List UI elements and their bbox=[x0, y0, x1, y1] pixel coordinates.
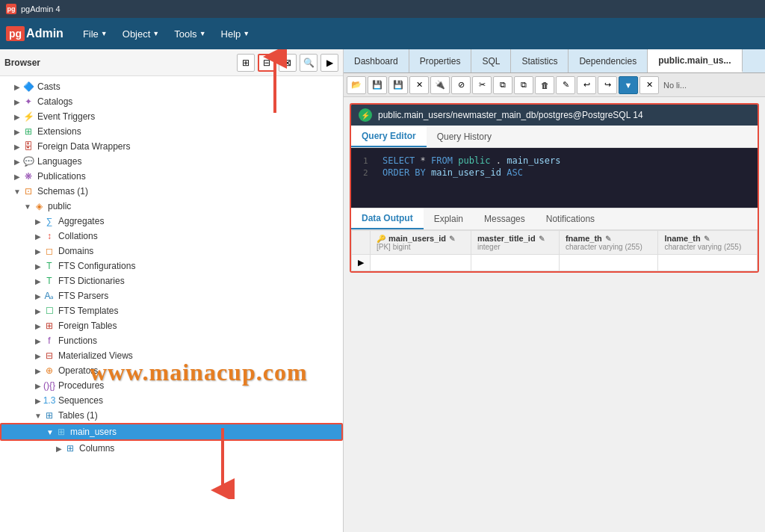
tree-item-catalogs[interactable]: ▶ ✦ Catalogs bbox=[0, 94, 343, 109]
cut-btn[interactable]: ✂ bbox=[472, 76, 492, 94]
tab-query-editor[interactable]: Query Editor bbox=[351, 126, 427, 147]
code-area[interactable]: 1 SELECT * FROM public . main_users 2 OR… bbox=[351, 148, 758, 208]
menu-tools[interactable]: Tools ▼ bbox=[167, 18, 213, 49]
close-query-btn[interactable]: ✕ bbox=[639, 76, 659, 94]
expand-icon: ▶ bbox=[12, 98, 22, 106]
expand-icon: ▶ bbox=[33, 307, 43, 315]
table-item-icon: ⊞ bbox=[55, 426, 67, 438]
tree-item-sequences[interactable]: ▶ 1.3 Sequences bbox=[0, 393, 343, 408]
paste-btn[interactable]: ⧉ bbox=[514, 76, 533, 94]
open-file-btn[interactable]: 📂 bbox=[347, 76, 366, 94]
expand-icon: ▶ bbox=[33, 337, 43, 345]
tree-item-languages[interactable]: ▶ 💬 Languages bbox=[0, 154, 343, 169]
view-grid-btn[interactable]: ⊞ bbox=[237, 54, 255, 72]
col-type: [PK] bigint bbox=[377, 243, 465, 251]
tab-messages[interactable]: Messages bbox=[474, 208, 536, 229]
cell bbox=[371, 255, 471, 271]
tree-item-publications[interactable]: ▶ ❋ Publications bbox=[0, 169, 343, 184]
menu-help[interactable]: Help ▼ bbox=[214, 18, 258, 49]
line-number: 1 bbox=[363, 156, 374, 166]
tab-notifications[interactable]: Notifications bbox=[536, 208, 605, 229]
tab-data-output[interactable]: Data Output bbox=[351, 208, 424, 229]
tree-item-casts[interactable]: ▶ 🔷 Casts bbox=[0, 79, 343, 94]
redo-btn[interactable]: ↪ bbox=[598, 76, 617, 94]
tab-explain[interactable]: Explain bbox=[424, 208, 474, 229]
browser-title: Browser bbox=[4, 58, 234, 68]
fts-template-icon: ☐ bbox=[43, 305, 55, 317]
tree-item-fts-configurations[interactable]: ▶ T FTS Configurations bbox=[0, 259, 343, 273]
expand-icon: ▶ bbox=[12, 113, 22, 121]
edit-btn[interactable]: ✎ bbox=[556, 76, 575, 94]
tree-item-columns[interactable]: ▶ ⊞ Columns bbox=[0, 441, 343, 456]
left-panel: Browser ⊞ ⊟ ⊠ 🔍 ▶ ▶ 🔷 Casts ▶ ✦ Catalogs… bbox=[0, 49, 344, 532]
tab-query-history[interactable]: Query History bbox=[427, 126, 502, 147]
menu-file[interactable]: File ▼ bbox=[75, 18, 115, 49]
tree-item-materialized-views[interactable]: ▶ ⊟ Materialized Views bbox=[0, 348, 343, 363]
execute-btn[interactable]: ▶ bbox=[320, 54, 338, 72]
tree-item-fts-parsers[interactable]: ▶ Aₐ FTS Parsers bbox=[0, 288, 343, 303]
right-panel: Dashboard Properties SQL Statistics Depe… bbox=[344, 49, 765, 532]
tree-item-main-users[interactable]: ▼ ⊞ main_users bbox=[0, 423, 343, 441]
tree-item-tables[interactable]: ▼ ⊞ Tables (1) bbox=[0, 408, 343, 423]
filter-active-btn[interactable]: ▼ bbox=[619, 76, 638, 94]
view-filter-btn[interactable]: ⊠ bbox=[279, 54, 297, 72]
tree-item-fts-templates[interactable]: ▶ ☐ FTS Templates bbox=[0, 303, 343, 318]
close-btn[interactable]: ✕ bbox=[409, 76, 429, 94]
item-label: Catalogs bbox=[37, 96, 72, 107]
tree-item-collations[interactable]: ▶ ↕ Collations bbox=[0, 229, 343, 244]
browser-toolbar: Browser ⊞ ⊟ ⊠ 🔍 ▶ bbox=[0, 49, 343, 76]
code-line-1: 1 SELECT * FROM public . main_users bbox=[363, 155, 746, 166]
save-btn[interactable]: 💾 bbox=[368, 76, 387, 94]
tab-sql[interactable]: SQL bbox=[471, 49, 511, 72]
code-text-2: ORDER BY main_users_id ASC bbox=[382, 167, 523, 178]
tab-dashboard[interactable]: Dashboard bbox=[344, 49, 409, 72]
tree-item-fts-dictionaries[interactable]: ▶ T FTS Dictionaries bbox=[0, 273, 343, 288]
chevron-down-icon: ▼ bbox=[243, 30, 250, 37]
tree-item-aggregates[interactable]: ▶ ∑ Aggregates bbox=[0, 214, 343, 229]
tree-item-extensions[interactable]: ▶ ⊞ Extensions bbox=[0, 124, 343, 139]
tree-item-functions[interactable]: ▶ f Functions bbox=[0, 333, 343, 348]
logo-admin: Admin bbox=[26, 27, 64, 40]
pk-icon: 🔑 bbox=[377, 235, 385, 243]
row-marker-header bbox=[352, 231, 371, 255]
tab-public-main[interactable]: public.main_us... bbox=[648, 49, 742, 72]
search-btn[interactable]: 🔍 bbox=[300, 54, 318, 72]
tree-item-foreign-data-wrappers[interactable]: ▶ 🗄 Foreign Data Wrappers bbox=[0, 139, 343, 154]
view-table-btn[interactable]: ⊟ bbox=[258, 54, 276, 72]
tab-properties[interactable]: Properties bbox=[409, 49, 472, 72]
disconnect-btn[interactable]: ⊘ bbox=[451, 76, 471, 94]
save-as-btn[interactable]: 💾 bbox=[388, 76, 408, 94]
item-label: Languages bbox=[37, 156, 81, 167]
tree-item-procedures[interactable]: ▶ (){} Procedures bbox=[0, 378, 343, 393]
cell bbox=[559, 255, 658, 271]
item-label: FTS Parsers bbox=[58, 291, 108, 301]
tree-item-domains[interactable]: ▶ ◻ Domains bbox=[0, 244, 343, 259]
item-label: Extensions bbox=[37, 126, 81, 137]
copy-btn[interactable]: ⧉ bbox=[493, 76, 512, 94]
domains-icon: ◻ bbox=[43, 245, 55, 257]
line-number: 2 bbox=[363, 168, 374, 178]
chevron-down-icon: ▼ bbox=[101, 30, 108, 37]
tree-item-foreign-tables[interactable]: ▶ ⊞ Foreign Tables bbox=[0, 318, 343, 333]
connect-btn[interactable]: 🔌 bbox=[430, 76, 450, 94]
menu-object[interactable]: Object ▼ bbox=[115, 18, 167, 49]
tab-statistics[interactable]: Statistics bbox=[511, 49, 569, 72]
expand-icon: ▶ bbox=[54, 445, 64, 453]
tree-item-event-triggers[interactable]: ▶ ⚡ Event Triggers bbox=[0, 109, 343, 124]
item-label: Foreign Data Wrappers bbox=[37, 141, 131, 152]
item-label: Procedures bbox=[58, 380, 104, 391]
expand-icon: ▶ bbox=[33, 247, 43, 256]
tab-dependencies[interactable]: Dependencies bbox=[569, 49, 648, 72]
undo-btn[interactable]: ↩ bbox=[577, 76, 596, 94]
expand-icon: ▼ bbox=[12, 188, 22, 196]
tree-item-public[interactable]: ▼ ◈ public bbox=[0, 199, 343, 214]
foreign-data-icon: 🗄 bbox=[22, 140, 34, 152]
delete-btn[interactable]: 🗑 bbox=[535, 76, 554, 94]
tree-item-schemas[interactable]: ▼ ⊡ Schemas (1) bbox=[0, 184, 343, 199]
event-trigger-icon: ⚡ bbox=[22, 111, 34, 123]
query-path-bar: ⚡ public.main_users/newmaster_main_db/po… bbox=[351, 105, 758, 126]
operators-icon: ⊕ bbox=[43, 365, 55, 377]
cell bbox=[658, 255, 758, 271]
fts-config-icon: T bbox=[43, 260, 55, 272]
tree-item-operators[interactable]: ▶ ⊕ Operators bbox=[0, 363, 343, 378]
